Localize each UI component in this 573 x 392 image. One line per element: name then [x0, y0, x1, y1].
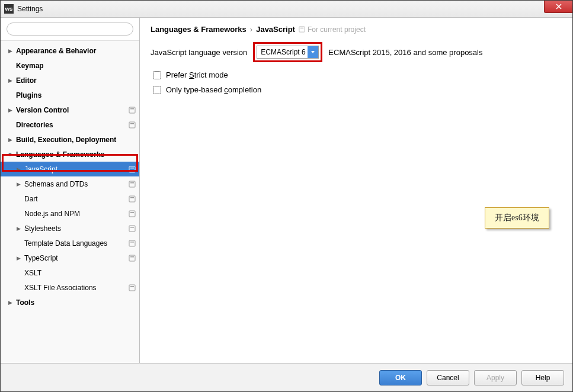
sidebar-item-stylesheets[interactable]: ▶Stylesheets — [1, 221, 139, 236]
sidebar-item-label: Editor — [16, 76, 136, 85]
chevron-down-icon — [308, 46, 318, 58]
svg-rect-18 — [129, 255, 135, 261]
breadcrumb: Languages & Frameworks › JavaScript For … — [151, 25, 562, 34]
sidebar-item-javascript[interactable]: ▶JavaScript — [1, 162, 139, 176]
dropdown-value: ECMAScript 6 — [261, 48, 305, 56]
sidebar-item-editor[interactable]: ▶Editor — [1, 73, 139, 88]
sidebar-item-version-control[interactable]: ▶Version Control — [1, 102, 139, 117]
sidebar-item-node-js-and-npm[interactable]: Node.js and NPM — [1, 206, 139, 221]
sidebar-item-xslt[interactable]: XSLT — [1, 265, 139, 280]
tree-arrow-icon: ▶ — [7, 48, 14, 54]
breadcrumb-separator: › — [250, 25, 252, 34]
svg-rect-3 — [130, 108, 134, 110]
svg-rect-11 — [130, 197, 134, 198]
sidebar-item-label: Version Control — [16, 106, 126, 114]
svg-rect-5 — [130, 123, 134, 124]
sidebar-item-languages-frameworks[interactable]: ▼Languages & Frameworks — [1, 147, 139, 162]
strict-mode-label[interactable]: Prefer Strict mode — [166, 70, 228, 79]
app-icon: WS — [4, 4, 14, 14]
sidebar-item-tools[interactable]: ▶Tools — [1, 295, 139, 310]
svg-rect-6 — [129, 166, 135, 172]
svg-rect-12 — [129, 211, 135, 217]
dialog-footer: OK Cancel Apply Help — [1, 363, 572, 391]
version-row: JavaScript language version ECMAScript 6… — [151, 42, 562, 62]
sidebar-item-keymap[interactable]: Keymap — [1, 58, 139, 73]
search-input[interactable] — [7, 23, 133, 36]
sidebar-item-label: Stylesheets — [24, 224, 126, 233]
sidebar-item-xslt-file-associations[interactable]: XSLT File Associations — [1, 280, 139, 295]
sidebar-item-directories[interactable]: Directories — [1, 117, 139, 132]
main-panel: Languages & Frameworks › JavaScript For … — [140, 18, 572, 363]
sidebar-item-label: Template Data Languages — [24, 239, 126, 248]
project-icon — [129, 284, 136, 291]
svg-rect-14 — [129, 226, 135, 232]
close-icon — [556, 4, 562, 9]
sidebar-item-build-execution-deployment[interactable]: ▶Build, Execution, Deployment — [1, 132, 139, 147]
cancel-button[interactable]: Cancel — [427, 370, 469, 385]
project-scope-text: For current project — [308, 25, 366, 34]
sidebar-item-schemas-and-dtds[interactable]: ▶Schemas and DTDs — [1, 176, 139, 191]
ok-button[interactable]: OK — [379, 370, 422, 385]
breadcrumb-root: Languages & Frameworks — [151, 25, 247, 34]
svg-rect-10 — [129, 196, 135, 202]
svg-rect-22 — [299, 27, 305, 32]
language-version-dropdown[interactable]: ECMAScript 6 — [257, 46, 319, 59]
svg-rect-7 — [130, 168, 134, 169]
project-icon — [129, 210, 136, 217]
svg-rect-21 — [130, 286, 134, 287]
svg-rect-20 — [129, 285, 135, 291]
type-completion-row: Only type-based completion — [153, 85, 562, 94]
sidebar-item-label: Tools — [16, 298, 136, 307]
project-icon — [129, 181, 136, 188]
help-button[interactable]: Help — [521, 370, 564, 385]
sidebar-item-label: XSLT — [24, 269, 136, 277]
sidebar-item-dart[interactable]: Dart — [1, 191, 139, 206]
close-button[interactable] — [544, 1, 572, 13]
sidebar: ▶Appearance & BehaviorKeymap▶EditorPlugi… — [1, 18, 140, 363]
project-icon — [129, 195, 136, 203]
svg-rect-2 — [129, 107, 135, 113]
sidebar-item-label: Keymap — [16, 62, 136, 70]
tree-arrow-icon: ▶ — [15, 166, 22, 172]
sidebar-item-label: Directories — [16, 121, 126, 129]
highlight-dropdown: ECMAScript 6 — [253, 42, 322, 62]
tree-arrow-icon: ▶ — [15, 226, 22, 232]
sidebar-item-label: Dart — [24, 195, 126, 203]
tree-arrow-icon: ▶ — [15, 255, 22, 261]
search-wrap — [1, 18, 139, 41]
sidebar-item-label: JavaScript — [24, 165, 126, 173]
sidebar-item-label: Appearance & Behavior — [16, 47, 136, 55]
tree-arrow-icon: ▶ — [15, 181, 22, 187]
svg-rect-15 — [130, 227, 134, 228]
version-label: JavaScript language version — [151, 48, 247, 57]
project-icon — [129, 166, 136, 173]
strict-mode-checkbox[interactable] — [153, 71, 161, 79]
svg-rect-16 — [129, 240, 135, 246]
sidebar-item-typescript[interactable]: ▶TypeScript — [1, 250, 139, 265]
apply-button[interactable]: Apply — [474, 370, 517, 385]
type-completion-checkbox[interactable] — [153, 86, 161, 94]
project-icon — [299, 26, 305, 33]
project-icon — [129, 121, 136, 128]
window-title: Settings — [17, 5, 43, 13]
type-completion-label[interactable]: Only type-based completion — [166, 85, 261, 94]
breadcrumb-leaf: JavaScript — [256, 25, 295, 34]
project-icon — [129, 240, 136, 247]
project-icon — [129, 107, 136, 114]
sidebar-item-label: Languages & Frameworks — [16, 150, 136, 159]
annotation-callout: 开启es6环境 — [485, 207, 549, 229]
sidebar-item-label: Build, Execution, Deployment — [16, 136, 136, 144]
strict-mode-row: Prefer Strict mode — [153, 70, 562, 79]
sidebar-item-appearance-behavior[interactable]: ▶Appearance & Behavior — [1, 43, 139, 58]
sidebar-item-label: XSLT File Associations — [24, 284, 126, 292]
tree-arrow-icon: ▶ — [7, 78, 14, 83]
svg-rect-19 — [130, 256, 134, 258]
svg-rect-8 — [129, 181, 135, 187]
svg-rect-4 — [129, 122, 135, 128]
sidebar-item-template-data-languages[interactable]: Template Data Languages — [1, 236, 139, 250]
tree-arrow-icon: ▶ — [7, 300, 14, 306]
project-icon — [129, 255, 136, 262]
settings-tree[interactable]: ▶Appearance & BehaviorKeymap▶EditorPlugi… — [1, 41, 139, 363]
sidebar-item-plugins[interactable]: Plugins — [1, 88, 139, 102]
tree-arrow-icon: ▶ — [7, 107, 14, 113]
